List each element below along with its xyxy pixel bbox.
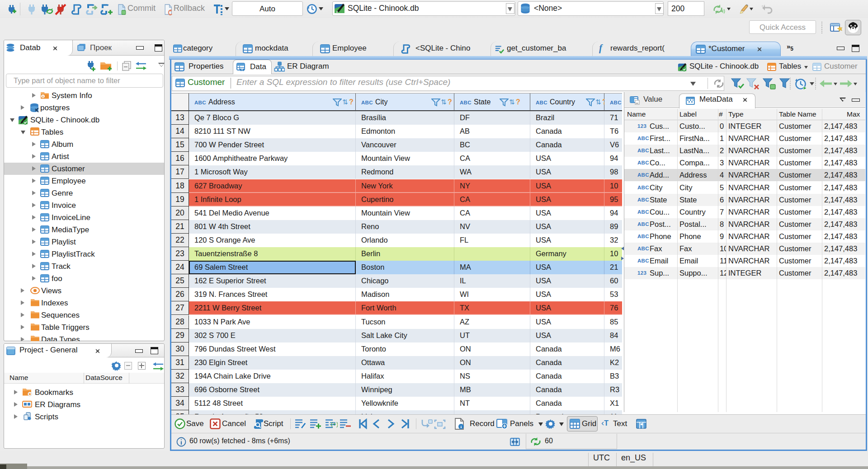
svg-text:(+): (+) <box>331 421 338 427</box>
